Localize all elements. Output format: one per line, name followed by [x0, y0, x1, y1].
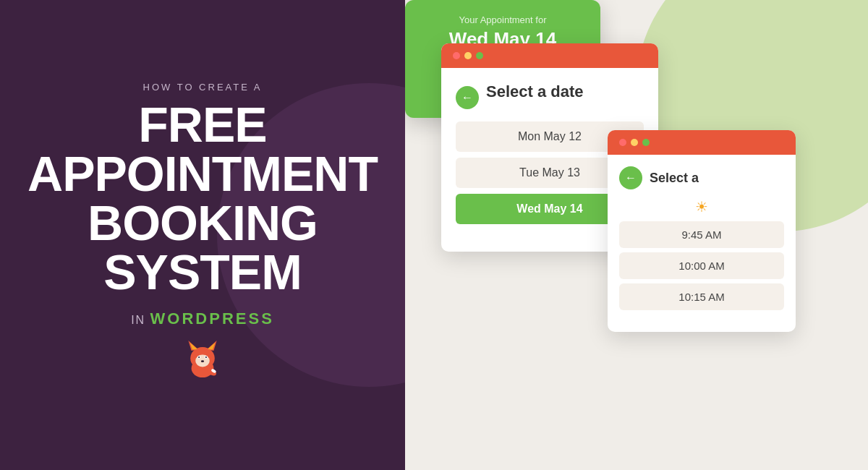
booked-subtitle: Your Appointment for	[420, 14, 586, 25]
right-panel: ← Select a date Mon May 12 Tue May 13 We…	[405, 0, 868, 470]
main-title: FREE APPOINTMENT BOOKING SYSTEM	[27, 100, 378, 296]
card2-body: ← Select a ☀ 9:45 AM 10:00 AM 10:15 AM	[608, 155, 796, 332]
title-line2: APPOINTMENT	[27, 149, 378, 198]
in-label: IN WORDPRESS	[27, 309, 378, 328]
time-row-3[interactable]: 10:15 AM	[619, 283, 784, 310]
left-content: HOW TO CREATE A FREE APPOINTMENT BOOKING…	[0, 82, 405, 389]
dot-green-header	[476, 52, 483, 59]
svg-point-11	[201, 360, 204, 362]
sun-icon: ☀	[619, 198, 784, 215]
how-to-label: HOW TO CREATE A	[27, 82, 378, 93]
fox-icon	[177, 336, 228, 386]
card1-header	[441, 43, 658, 68]
dot-green2	[642, 139, 650, 146]
title-line4: SYSTEM	[27, 247, 378, 296]
time-selector-card: ← Select a ☀ 9:45 AM 10:00 AM 10:15 AM	[608, 130, 796, 332]
back-button[interactable]: ←	[456, 86, 479, 109]
dot-red	[453, 52, 460, 59]
svg-point-10	[205, 356, 207, 358]
card1-title: Select a date	[486, 82, 584, 101]
title-line1: FREE	[27, 100, 378, 149]
time-row-1[interactable]: 9:45 AM	[619, 221, 784, 248]
back-arrow-icon2: ←	[625, 171, 637, 184]
back-arrow-icon: ←	[461, 91, 473, 104]
card2-header-row: ← Select a	[619, 166, 784, 189]
back-button2[interactable]: ←	[619, 166, 642, 189]
dot-red2	[619, 139, 626, 146]
fox-logo	[27, 336, 378, 389]
left-panel: HOW TO CREATE A FREE APPOINTMENT BOOKING…	[0, 0, 405, 470]
in-text: IN	[131, 314, 145, 326]
dot-yellow	[464, 52, 472, 59]
card2-header	[608, 130, 796, 155]
time-row-2[interactable]: 10:00 AM	[619, 252, 784, 279]
title-line3: BOOKING	[27, 198, 378, 247]
svg-point-9	[198, 356, 200, 358]
dot-yellow2	[631, 139, 638, 146]
card2-title: Select a	[650, 171, 699, 186]
wordpress-label: WORDPRESS	[150, 309, 274, 328]
